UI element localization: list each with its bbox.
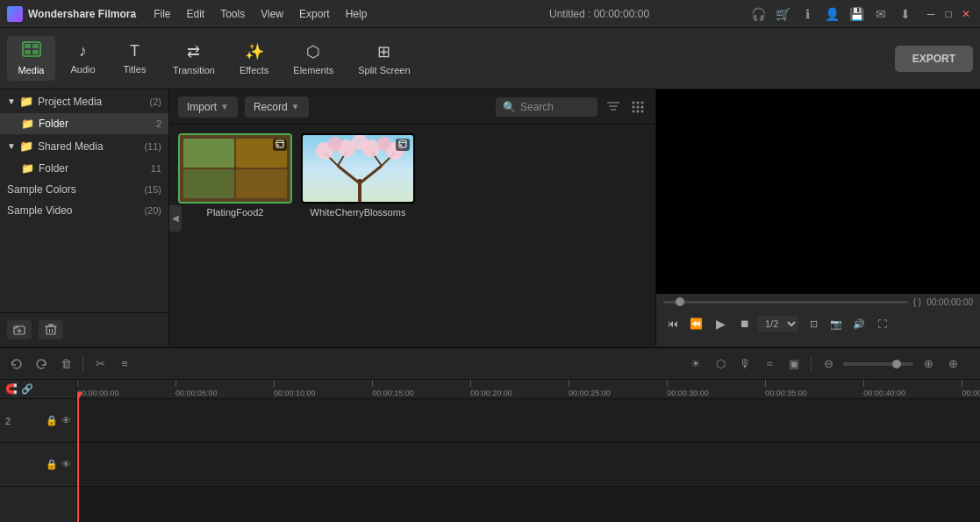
- audio-settings-button[interactable]: ≈: [760, 354, 779, 374]
- menu-file[interactable]: File: [147, 4, 177, 24]
- preview-seek-slider[interactable]: [663, 301, 908, 304]
- delete-button[interactable]: [39, 320, 63, 340]
- svg-rect-42: [399, 140, 406, 147]
- track-row-1[interactable]: [77, 399, 980, 443]
- track2-controls: 🔒 👁: [46, 459, 71, 470]
- menu-export[interactable]: Export: [292, 4, 337, 24]
- filter-icon[interactable]: [604, 98, 622, 116]
- record-button[interactable]: Record ▼: [245, 97, 309, 118]
- search-box[interactable]: 🔍: [496, 97, 597, 117]
- search-input[interactable]: [520, 101, 590, 113]
- close-button[interactable]: ✕: [959, 7, 973, 21]
- svg-point-24: [641, 110, 644, 112]
- sidebar: ▼ 📁 Project Media ( 2 ) 📁 Folder 2 ▼ 📁 S…: [0, 89, 169, 347]
- snap-icon[interactable]: 🧲: [5, 383, 18, 395]
- media-thumb-plating-food2: [178, 133, 292, 204]
- split-screen-icon: ⊞: [377, 42, 390, 61]
- tool-transition[interactable]: ⇄ Transition: [162, 37, 225, 81]
- folder-project-count: 2: [156, 118, 161, 129]
- add-track-button[interactable]: ⊕: [943, 354, 962, 374]
- menu-help[interactable]: Help: [339, 4, 375, 24]
- fit-screen-button[interactable]: ⊡: [804, 314, 823, 333]
- sidebar-item-sample-colors[interactable]: Sample Colors (15): [0, 179, 168, 200]
- effects-icon: ✨: [245, 42, 264, 61]
- lock-icon[interactable]: 🔒: [46, 415, 58, 426]
- ruler-mark-5: 00:00:25:00: [569, 380, 611, 397]
- menu-view[interactable]: View: [254, 4, 290, 24]
- sample-colors-count: (15): [144, 184, 161, 195]
- step-back-button[interactable]: ⏮: [663, 314, 683, 333]
- sidebar-item-folder-project[interactable]: 📁 Folder 2: [0, 113, 168, 134]
- fullscreen-button[interactable]: ⛶: [872, 314, 891, 333]
- zoom-out-button[interactable]: ⊖: [819, 354, 838, 374]
- eye-icon[interactable]: 👁: [61, 415, 71, 426]
- new-folder-button[interactable]: [7, 320, 32, 340]
- tool-media[interactable]: Media: [7, 36, 55, 81]
- svg-point-16: [633, 101, 635, 104]
- mail-icon: ✉: [873, 6, 889, 22]
- svg-rect-4: [32, 50, 39, 54]
- grid-view-icon[interactable]: [629, 98, 647, 116]
- minimize-button[interactable]: ─: [924, 7, 938, 21]
- media-item-cherry-blossoms[interactable]: WhiteCherryBlossoms: [301, 133, 415, 218]
- split-screen-label: Split Screen: [358, 65, 410, 75]
- project-media-count-close: ): [158, 97, 161, 107]
- import-chevron-icon: ▼: [220, 102, 229, 111]
- sidebar-header-shared-media[interactable]: ▼ 📁 Shared Media (11): [0, 134, 168, 158]
- import-label: Import: [187, 101, 217, 113]
- redo-button[interactable]: [32, 354, 51, 374]
- media-toolbar: Import ▼ Record ▼ 🔍: [169, 89, 655, 125]
- audio-button[interactable]: 🔊: [849, 314, 869, 333]
- sidebar-item-folder-shared[interactable]: 📁 Folder 11: [0, 158, 168, 179]
- sidebar-header-project-media[interactable]: ▼ 📁 Project Media ( 2 ): [0, 89, 168, 113]
- mask-button[interactable]: ⬡: [711, 354, 730, 374]
- svg-line-29: [338, 166, 360, 183]
- eye2-icon[interactable]: 👁: [61, 459, 71, 470]
- sidebar-item-sample-video[interactable]: Sample Video (20): [0, 200, 168, 221]
- food-cell-3: [183, 169, 234, 198]
- app-name: Wondershare Filmora: [28, 8, 136, 20]
- record-chevron-icon: ▼: [291, 102, 300, 111]
- export-button[interactable]: EXPORT: [895, 46, 973, 72]
- sample-video-label: Sample Video: [7, 204, 73, 217]
- menu-tools[interactable]: Tools: [213, 4, 252, 24]
- frame-back-button[interactable]: ⏪: [686, 314, 705, 333]
- menu-edit[interactable]: Edit: [179, 4, 211, 24]
- tool-split-screen[interactable]: ⊞ Split Screen: [347, 37, 420, 81]
- shared-folder-icon: 📁: [21, 162, 34, 175]
- delete-clip-button[interactable]: 🗑: [56, 354, 75, 374]
- zoom-in-button[interactable]: ⊕: [919, 354, 938, 374]
- shared-media-count: (11): [144, 141, 161, 152]
- maximize-button[interactable]: □: [941, 7, 955, 21]
- timeline-area: 🗑 ✂ ≡ ☀ ⬡ 🎙 ≈ ▣ ⊖ ⊕ ⊕ 🧲: [0, 347, 980, 522]
- timeline-ruler: 00:00:00:0000:00:05:0000:00:10:0000:00:1…: [77, 380, 980, 399]
- clip-settings-button[interactable]: ≡: [115, 354, 134, 374]
- quality-select[interactable]: 1/2 Full 1/4: [758, 316, 798, 332]
- tool-elements[interactable]: ⬡ Elements: [283, 37, 344, 81]
- track-row-2[interactable]: [77, 443, 980, 487]
- import-button[interactable]: Import ▼: [178, 97, 238, 118]
- link-icon[interactable]: 🔗: [21, 383, 33, 395]
- audio-track-button[interactable]: 🎙: [735, 354, 755, 374]
- tool-audio[interactable]: ♪ Audio: [59, 37, 107, 80]
- snapshot-button[interactable]: 📷: [826, 314, 846, 333]
- play-button[interactable]: ▶: [709, 312, 732, 335]
- svg-rect-3: [25, 50, 31, 54]
- collapse-arrow[interactable]: ◀: [169, 205, 182, 232]
- food-cell-1: [183, 139, 234, 168]
- track-number: 2: [5, 416, 11, 426]
- track-header-1: 2 🔒 👁: [0, 399, 76, 443]
- tool-effects[interactable]: ✨ Effects: [229, 37, 279, 81]
- media-item-plating-food2[interactable]: PlatingFood2: [178, 133, 292, 218]
- stop-button[interactable]: ⏹: [735, 314, 755, 333]
- playhead[interactable]: [77, 399, 79, 522]
- ruler-mark-3: 00:00:15:00: [372, 380, 414, 397]
- cut-button[interactable]: ✂: [90, 354, 110, 374]
- motion-track-button[interactable]: ☀: [686, 354, 705, 374]
- zoom-slider[interactable]: [843, 362, 913, 366]
- cart-icon: 🛒: [775, 6, 790, 22]
- lock2-icon[interactable]: 🔒: [46, 459, 58, 470]
- subtitle-button[interactable]: ▣: [784, 354, 804, 374]
- tool-titles[interactable]: T Titles: [111, 37, 159, 80]
- undo-button[interactable]: [7, 354, 26, 374]
